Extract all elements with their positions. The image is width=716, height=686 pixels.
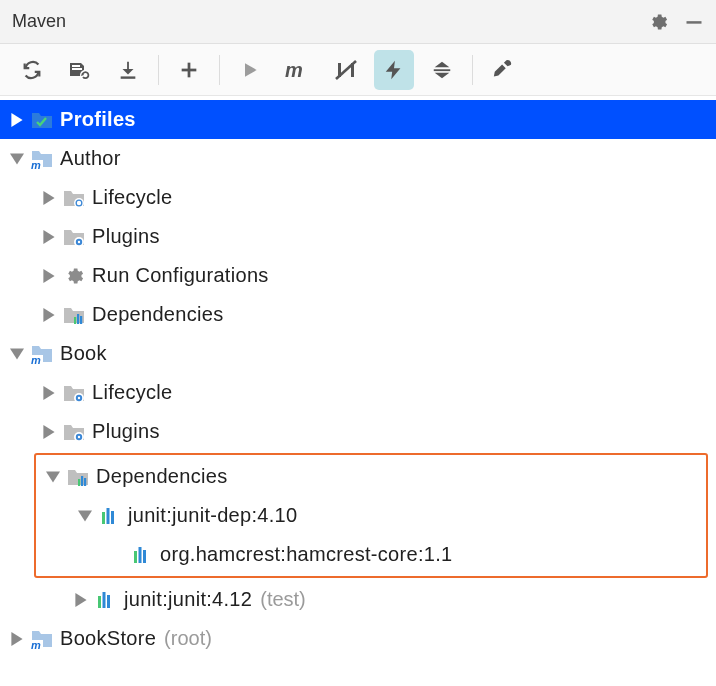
tree-label: Lifecycle — [92, 186, 173, 209]
tree-node-lifecycle[interactable]: Lifecycle — [0, 373, 716, 412]
tree-label: Dependencies — [92, 303, 223, 326]
tree-label: Plugins — [92, 420, 160, 443]
svg-rect-4 — [182, 68, 197, 71]
expand-icon[interactable] — [6, 628, 28, 650]
separator — [158, 55, 159, 85]
svg-rect-32 — [134, 551, 137, 563]
svg-rect-30 — [107, 508, 110, 524]
execute-goal-button[interactable]: m — [278, 50, 318, 90]
dependency-label: junit:junit:4.12 — [124, 588, 252, 611]
leaf-spacer — [106, 544, 128, 566]
tree-node-dependency[interactable]: org.hamcrest:hamcrest-core:1.1 — [36, 535, 706, 574]
svg-rect-15 — [74, 317, 76, 324]
svg-text:m: m — [285, 59, 303, 81]
tree-node-book[interactable]: m Book — [0, 334, 716, 373]
project-tree[interactable]: Profiles m Author Lifecycle — [0, 96, 716, 668]
gear-icon — [62, 264, 86, 288]
download-sources-button[interactable] — [108, 50, 148, 90]
svg-text:m: m — [31, 639, 41, 649]
tree-node-run-configurations[interactable]: Run Configurations — [0, 256, 716, 295]
expand-icon[interactable] — [70, 589, 92, 611]
tree-node-dependency[interactable]: junit:junit-dep:4.10 — [36, 496, 706, 535]
generate-sources-button[interactable] — [60, 50, 100, 90]
svg-rect-28 — [84, 478, 86, 486]
tree-node-plugins[interactable]: Plugins — [0, 217, 716, 256]
tree-label: BookStore — [60, 627, 156, 650]
svg-rect-0 — [687, 21, 702, 24]
svg-rect-16 — [77, 314, 79, 324]
panel-title: Maven — [12, 11, 66, 32]
folder-bars-icon — [66, 465, 90, 489]
skip-tests-button[interactable] — [374, 50, 414, 90]
collapse-icon[interactable] — [6, 148, 28, 170]
add-project-button[interactable] — [169, 50, 209, 90]
folder-gear-icon — [62, 186, 86, 210]
panel-header: Maven — [0, 0, 716, 44]
tree-label: Lifecycle — [92, 381, 173, 404]
svg-rect-17 — [80, 316, 82, 324]
maven-tool-window: Maven m — [0, 0, 716, 668]
run-button[interactable] — [230, 50, 270, 90]
gear-icon[interactable] — [648, 12, 668, 32]
tree-node-profiles[interactable]: Profiles — [0, 100, 716, 139]
svg-rect-35 — [98, 596, 101, 608]
reload-button[interactable] — [12, 50, 52, 90]
folder-gear-icon — [62, 225, 86, 249]
module-annotation: (root) — [164, 627, 212, 650]
settings-button[interactable] — [483, 50, 523, 90]
tree-node-bookstore[interactable]: m BookStore (root) — [0, 619, 716, 658]
separator — [219, 55, 220, 85]
expand-icon[interactable] — [6, 109, 28, 131]
collapse-icon[interactable] — [42, 466, 64, 488]
expand-icon[interactable] — [38, 226, 60, 248]
svg-text:m: m — [31, 354, 41, 364]
svg-point-25 — [78, 435, 80, 437]
library-icon — [98, 504, 122, 528]
expand-icon[interactable] — [38, 382, 60, 404]
svg-rect-26 — [78, 479, 80, 486]
tree-node-author[interactable]: m Author — [0, 139, 716, 178]
tree-label: Run Configurations — [92, 264, 269, 287]
tree-node-dependencies[interactable]: Dependencies — [0, 295, 716, 334]
expand-icon[interactable] — [38, 421, 60, 443]
maven-module-icon: m — [30, 147, 54, 171]
svg-rect-31 — [111, 511, 114, 524]
toggle-offline-button[interactable] — [326, 50, 366, 90]
svg-point-22 — [78, 396, 80, 398]
folder-gear-icon — [62, 381, 86, 405]
svg-point-14 — [78, 240, 80, 242]
folder-bars-icon — [62, 303, 86, 327]
expand-icon[interactable] — [38, 304, 60, 326]
tree-node-lifecycle[interactable]: Lifecycle — [0, 178, 716, 217]
separator — [472, 55, 473, 85]
tree-label: Profiles — [60, 108, 136, 131]
maven-module-icon: m — [30, 342, 54, 366]
svg-rect-34 — [143, 550, 146, 563]
maven-module-icon: m — [30, 627, 54, 651]
tree-label: Author — [60, 147, 121, 170]
dependency-scope: (test) — [260, 588, 306, 611]
toolbar: m — [0, 44, 716, 96]
folder-gear-icon — [62, 420, 86, 444]
tree-label: Plugins — [92, 225, 160, 248]
svg-rect-29 — [102, 512, 105, 524]
expand-icon[interactable] — [38, 187, 60, 209]
collapse-icon[interactable] — [6, 343, 28, 365]
highlighted-dependencies: Dependencies junit:junit-dep:4.10 org.ha — [34, 453, 708, 578]
tree-node-dependency[interactable]: junit:junit:4.12 (test) — [0, 580, 716, 619]
tree-node-dependencies[interactable]: Dependencies — [36, 457, 706, 496]
folder-profiles-icon — [30, 108, 54, 132]
svg-text:m: m — [31, 159, 41, 169]
svg-rect-36 — [103, 592, 106, 608]
tree-label: Book — [60, 342, 107, 365]
tree-node-plugins[interactable]: Plugins — [0, 412, 716, 451]
svg-rect-8 — [434, 69, 451, 71]
header-actions — [648, 12, 704, 32]
collapse-icon[interactable] — [74, 505, 96, 527]
expand-icon[interactable] — [38, 265, 60, 287]
svg-rect-33 — [139, 547, 142, 563]
collapse-all-button[interactable] — [422, 50, 462, 90]
svg-rect-2 — [121, 76, 136, 78]
dependency-label: junit:junit-dep:4.10 — [128, 504, 297, 527]
minimize-icon[interactable] — [684, 12, 704, 32]
